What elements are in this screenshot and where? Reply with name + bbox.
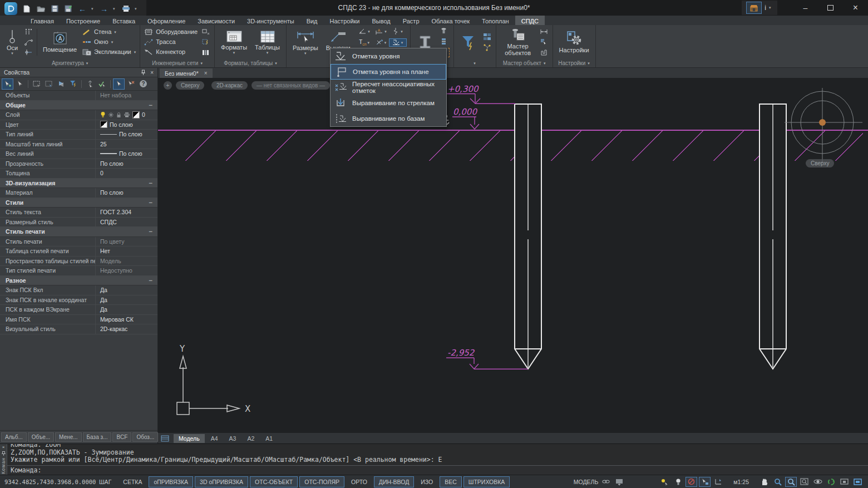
prop-section-3d[interactable]: 3D-визуализация− bbox=[0, 179, 157, 189]
toggle-hatch[interactable]: ШТРИХОВКА bbox=[463, 476, 510, 487]
menu-item-align-bases[interactable]: Выравнивание по базам bbox=[331, 111, 446, 126]
add-selection-tool[interactable] bbox=[2, 79, 13, 89]
linked-views-pill[interactable]: — нет связанных видов — bbox=[251, 81, 330, 90]
dynamic-ucs-icon[interactable] bbox=[712, 477, 724, 487]
light-bulb-icon[interactable] bbox=[672, 477, 684, 487]
elevation-mark-pile-tip[interactable]: -2,952 bbox=[445, 348, 530, 372]
open-file-button[interactable] bbox=[36, 4, 46, 14]
help-icon[interactable]: ? bbox=[138, 79, 149, 89]
route-button[interactable]: Трасса bbox=[144, 38, 198, 46]
group-label-architecture[interactable]: Архитектура▾ bbox=[0, 59, 140, 67]
dimensions-button[interactable]: Размеры▾ bbox=[290, 30, 320, 55]
panel-tab-symbols[interactable]: Обоз... bbox=[132, 432, 158, 442]
tab-spds[interactable]: СПДС bbox=[515, 16, 545, 25]
viewport-lock-icon[interactable] bbox=[839, 477, 850, 487]
select-tool[interactable] bbox=[14, 79, 25, 89]
new-file-button[interactable] bbox=[22, 4, 32, 14]
selection-filter-tool[interactable] bbox=[68, 79, 78, 89]
apply-selection-tool[interactable] bbox=[97, 79, 107, 89]
app-logo-icon[interactable] bbox=[4, 2, 17, 15]
prop-section-plotstyle[interactable]: Стиль печати− bbox=[0, 227, 157, 237]
maximize-button[interactable] bbox=[818, 0, 843, 16]
break-line-button[interactable]: ▾ bbox=[389, 27, 406, 35]
group-label-filter[interactable]: ▾ bbox=[454, 59, 496, 67]
room-button[interactable]: A Помещение bbox=[41, 31, 79, 53]
quad-squares-icon[interactable] bbox=[482, 33, 492, 41]
selection-preview-icon[interactable] bbox=[699, 477, 711, 487]
tab-vid[interactable]: Вид bbox=[300, 16, 324, 25]
move-up-tool[interactable] bbox=[85, 79, 95, 89]
angle-dim-button[interactable]: ▾ bbox=[356, 28, 373, 34]
width-dim-icon[interactable] bbox=[539, 27, 549, 36]
toggle-3d-osnap[interactable]: 3D оПРИВЯЗКА bbox=[195, 476, 248, 487]
prop-section-misc[interactable]: Разное− bbox=[0, 276, 157, 286]
panel-tab-objects[interactable]: Объе... bbox=[28, 432, 54, 442]
toggle-grid[interactable]: СЕТКА bbox=[118, 476, 147, 487]
tab-3d-instrumenty[interactable]: 3D-инструменты bbox=[241, 16, 300, 25]
menu-item-align-arrows[interactable]: Выравнивание по стрелкам bbox=[331, 95, 446, 111]
elevation-mark-button[interactable]: ▾ bbox=[389, 39, 406, 46]
axes-button[interactable]: Оси▾ bbox=[4, 29, 21, 55]
pick-object-icon[interactable] bbox=[539, 38, 549, 46]
panel-tab-albums[interactable]: Альб... bbox=[1, 432, 27, 442]
group-label-settings[interactable]: Настройки▾ bbox=[553, 59, 595, 67]
undo-dropdown-icon[interactable]: ▾ bbox=[91, 7, 95, 11]
regen-icon[interactable] bbox=[825, 477, 837, 487]
navigation-wheel[interactable] bbox=[785, 88, 862, 163]
space-mode-label[interactable]: МОДЕЛЬ bbox=[574, 479, 599, 485]
text-spds-button[interactable]: Тсп▾ bbox=[356, 39, 373, 46]
info-button[interactable]: i bbox=[765, 4, 766, 12]
orbit-icon[interactable] bbox=[812, 477, 823, 487]
info-dropdown-icon[interactable]: ▾ bbox=[769, 6, 773, 10]
tab-oblaka-tochek[interactable]: Облака точек bbox=[426, 16, 476, 25]
close-button[interactable]: × bbox=[843, 0, 868, 16]
save-button[interactable] bbox=[50, 4, 60, 14]
equipment-copy-icon[interactable] bbox=[201, 27, 210, 36]
route-recalc-icon[interactable] bbox=[201, 38, 210, 46]
panel-close-icon[interactable]: × bbox=[150, 70, 154, 76]
equipment-button[interactable]: Оборудование bbox=[144, 28, 198, 36]
formats-button[interactable]: Форматы▾ bbox=[219, 29, 249, 55]
bolt-top-icon[interactable] bbox=[439, 27, 448, 35]
no-selection-cycling-icon[interactable] bbox=[685, 477, 697, 487]
toggle-otrack-object[interactable]: ОТС-ОБЪЕКТ bbox=[250, 476, 298, 487]
tab-rastr[interactable]: Растр bbox=[397, 16, 426, 25]
profile-shape-icon[interactable] bbox=[539, 48, 549, 57]
visual-style-pill[interactable]: 2D-каркас bbox=[211, 81, 248, 90]
pan-icon[interactable] bbox=[758, 477, 770, 487]
model-viewport[interactable]: + Сверху 2D-каркас — нет связанных видов… bbox=[158, 78, 868, 433]
weld-mark-button[interactable]: ▾ bbox=[373, 39, 389, 46]
quick-select-tool[interactable] bbox=[114, 79, 124, 89]
axes-arc-icon[interactable] bbox=[24, 38, 33, 46]
toggle-dynamic-input[interactable]: ДИН-ВВОД bbox=[374, 476, 414, 487]
zoom-search-icon[interactable] bbox=[772, 477, 783, 487]
rect-select-tool[interactable] bbox=[31, 79, 42, 89]
menu-item-elevation-mark[interactable]: Отметка уровня bbox=[331, 48, 446, 64]
elevation-mark-zero[interactable]: 0,000 bbox=[441, 107, 485, 130]
filter-button[interactable] bbox=[458, 34, 479, 51]
qat-customize-icon[interactable]: ▾ bbox=[135, 7, 139, 11]
toggle-snap-step[interactable]: ШАГ bbox=[94, 476, 116, 487]
object-master-button[interactable]: Мастер объектов bbox=[500, 27, 536, 57]
group-label-master[interactable]: Мастер объект▾ bbox=[496, 59, 553, 67]
doc-close-icon[interactable]: × bbox=[204, 70, 208, 76]
explication-button[interactable]: Экспликации▾ bbox=[82, 48, 136, 56]
scatter-nodes-icon[interactable] bbox=[482, 43, 492, 52]
pipes-icon[interactable] bbox=[201, 48, 210, 57]
group-label-formats[interactable]: Форматы, таблицы▾ bbox=[215, 59, 286, 67]
toggle-lineweight[interactable]: ВЕС bbox=[440, 476, 462, 487]
app-store-icon[interactable] bbox=[746, 2, 762, 14]
group-label-engineering[interactable]: Инженерные сети▾ bbox=[140, 59, 214, 67]
zoom-window-icon[interactable] bbox=[785, 477, 797, 487]
settings-button[interactable]: Настройки bbox=[557, 30, 591, 54]
layout-list-icon[interactable] bbox=[161, 435, 169, 442]
toggle-iso[interactable]: ИЗО bbox=[416, 476, 438, 487]
layout-tab-model[interactable]: Модель bbox=[174, 434, 205, 443]
document-tab[interactable]: Без имени0* × bbox=[160, 68, 213, 78]
annotation-scale-value[interactable]: м1:25 bbox=[733, 479, 749, 485]
tab-vstavka[interactable]: Вставка bbox=[106, 16, 141, 25]
zoom-extents-icon[interactable] bbox=[798, 477, 810, 487]
auto-dim-button[interactable]: A▾ bbox=[373, 28, 389, 34]
elevation-mark-top[interactable]: +0,300 bbox=[445, 85, 519, 107]
deselect-tool[interactable] bbox=[126, 79, 136, 89]
